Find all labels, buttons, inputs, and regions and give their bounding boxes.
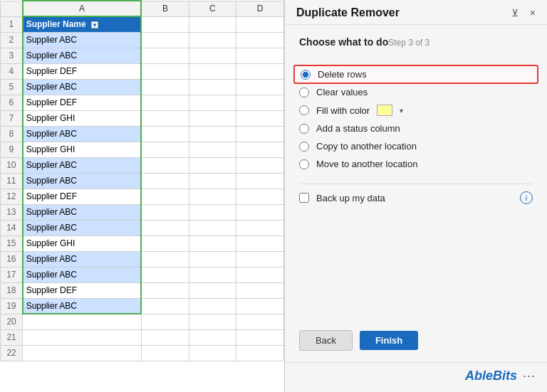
- step-label: Step 3 of 3: [388, 38, 429, 48]
- table-row: 1 Supplier Name ▼: [1, 16, 284, 32]
- row-num: 10: [1, 157, 23, 173]
- option-move-location[interactable]: Move to another location: [299, 159, 533, 169]
- table-row: 10Supplier ABC: [1, 157, 284, 173]
- row-num: 1: [1, 16, 23, 32]
- row-num: 2: [1, 32, 23, 48]
- row-num: 8: [1, 126, 23, 142]
- table-row: 6Supplier DEF: [1, 95, 284, 110]
- radio-fill-color[interactable]: [299, 105, 309, 115]
- cell-a: Supplier ABC: [23, 32, 142, 48]
- close-button[interactable]: ×: [527, 6, 538, 20]
- row-num: 7: [1, 110, 23, 126]
- table-row: 21: [1, 329, 284, 345]
- col-header-c[interactable]: C: [189, 1, 236, 16]
- brand-name: AbleBits: [465, 369, 517, 383]
- radio-delete-rows[interactable]: [301, 70, 311, 80]
- color-dropdown-arrow[interactable]: ▾: [400, 107, 403, 115]
- cell-a: Supplier GHI: [23, 142, 142, 157]
- cell-a: Supplier DEF: [23, 282, 142, 298]
- row-num: 19: [1, 298, 23, 314]
- filter-icon[interactable]: ▼: [91, 21, 98, 28]
- row-num: 5: [1, 79, 23, 95]
- label-delete-rows: Delete rows: [318, 69, 367, 80]
- backup-label: Back up my data: [316, 193, 385, 203]
- row-num: 11: [1, 173, 23, 189]
- backup-row: Back up my data i: [299, 191, 533, 204]
- row-num: 22: [1, 345, 23, 361]
- table-row: 16Supplier ABC: [1, 251, 284, 267]
- label-copy-location: Copy to another location: [316, 141, 417, 152]
- radio-copy-location[interactable]: [299, 142, 309, 152]
- col-header-b[interactable]: B: [141, 1, 189, 16]
- cell-a: Supplier ABC: [23, 251, 142, 267]
- row-num: 13: [1, 204, 23, 220]
- table-row: 7Supplier GHI: [1, 110, 284, 126]
- table-row: 5Supplier ABC: [1, 79, 284, 95]
- cell-a: Supplier ABC: [23, 298, 142, 314]
- label-move-location: Move to another location: [316, 159, 417, 169]
- cell-a: Supplier ABC: [23, 79, 142, 95]
- row-num: 18: [1, 282, 23, 298]
- pin-button[interactable]: ⊻: [509, 6, 521, 20]
- row-num: 4: [1, 63, 23, 79]
- info-icon[interactable]: i: [520, 191, 533, 204]
- label-fill-color: Fill with color: [316, 105, 370, 116]
- table-row: 2Supplier ABC: [1, 32, 284, 48]
- table-row: 15Supplier GHI: [1, 235, 284, 251]
- row-num: 20: [1, 314, 23, 329]
- divider: [299, 184, 533, 184]
- section-title: Choose what to do: [299, 36, 388, 48]
- duplicate-remover-panel: Duplicate Remover ⊻ × Choose what to do …: [285, 0, 547, 392]
- row-num: 21: [1, 329, 23, 345]
- row-num: 9: [1, 142, 23, 157]
- panel-header-icons: ⊻ ×: [509, 6, 538, 20]
- table-row: 14Supplier ABC: [1, 220, 284, 235]
- backup-checkbox[interactable]: [299, 193, 309, 203]
- table-row: 11Supplier ABC: [1, 173, 284, 189]
- cell-a: Supplier DEF: [23, 95, 142, 110]
- option-add-status[interactable]: Add a status column: [299, 123, 533, 134]
- cell-a: Supplier ABC: [23, 157, 142, 173]
- cell-a: Supplier DEF: [23, 189, 142, 204]
- label-add-status: Add a status column: [316, 123, 400, 134]
- table-row: 22: [1, 345, 284, 361]
- cell-a: Supplier ABC: [23, 267, 142, 282]
- more-options-icon[interactable]: ···: [523, 369, 536, 383]
- row-num: 6: [1, 95, 23, 110]
- sheet-table: A B C D 1 Supplier Name ▼ 2Supplier ABC3…: [0, 0, 284, 361]
- cell-a: Supplier ABC: [23, 220, 142, 235]
- row-num: 12: [1, 189, 23, 204]
- option-copy-location[interactable]: Copy to another location: [299, 141, 533, 152]
- table-row: 19Supplier ABC: [1, 298, 284, 314]
- table-row: 4Supplier DEF: [1, 63, 284, 79]
- cell-a: Supplier ABC: [23, 173, 142, 189]
- table-row: 12Supplier DEF: [1, 189, 284, 204]
- table-row: 18Supplier DEF: [1, 282, 284, 298]
- table-row: 20: [1, 314, 284, 329]
- spreadsheet-panel: A B C D 1 Supplier Name ▼ 2Supplier ABC3…: [0, 0, 285, 392]
- panel-footer: Back Finish: [285, 323, 547, 362]
- radio-add-status[interactable]: [299, 124, 309, 134]
- table-row: 17Supplier ABC: [1, 267, 284, 282]
- finish-button[interactable]: Finish: [360, 331, 418, 350]
- radio-move-location[interactable]: [299, 159, 309, 169]
- header-cell[interactable]: Supplier Name ▼: [23, 16, 142, 32]
- col-header-d[interactable]: D: [236, 1, 284, 16]
- cell-a: Supplier GHI: [23, 110, 142, 126]
- col-header-a[interactable]: A: [23, 1, 142, 16]
- cell-a: Supplier ABC: [23, 48, 142, 63]
- panel-header: Duplicate Remover ⊻ ×: [285, 0, 547, 25]
- option-clear-values[interactable]: Clear values: [299, 87, 533, 97]
- options-list: Delete rows Clear values Fill with color…: [299, 69, 533, 169]
- corner-cell: [1, 1, 23, 16]
- panel-brand: AbleBits ···: [285, 362, 547, 392]
- radio-clear-values[interactable]: [299, 88, 309, 97]
- back-button[interactable]: Back: [299, 330, 353, 351]
- row-num: 17: [1, 267, 23, 282]
- row-num: 15: [1, 235, 23, 251]
- row-num: 16: [1, 251, 23, 267]
- option-fill-color[interactable]: Fill with color ▾: [299, 105, 533, 116]
- option-delete-rows[interactable]: Delete rows: [293, 65, 538, 84]
- color-swatch[interactable]: [377, 105, 392, 116]
- row-num: 3: [1, 48, 23, 63]
